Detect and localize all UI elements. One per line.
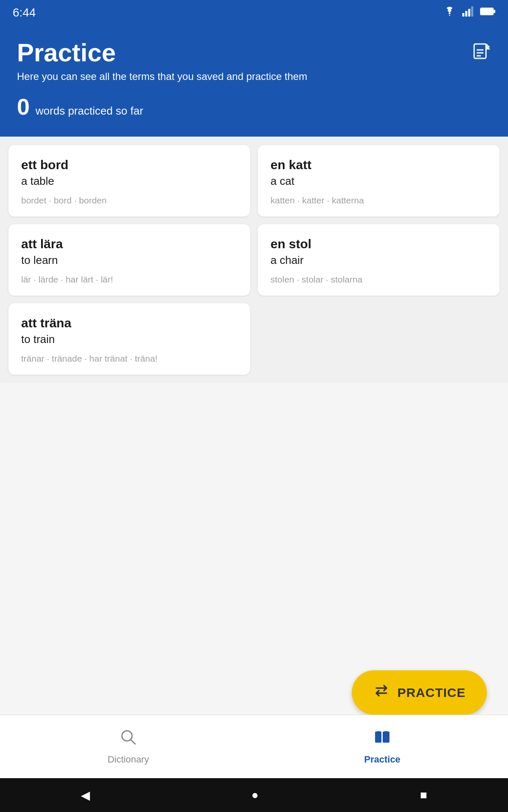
- words-practiced-row: 0 words practiced so far: [17, 93, 491, 120]
- practice-swap-icon: [373, 682, 390, 703]
- back-button[interactable]: ◀: [81, 788, 90, 802]
- word-original: att lära: [21, 237, 237, 251]
- svg-rect-5: [493, 10, 495, 13]
- nav-item-dictionary[interactable]: Dictionary: [82, 724, 174, 769]
- header-subtitle: Here you can see all the terms that you …: [17, 71, 491, 82]
- words-count: 0: [17, 93, 30, 120]
- word-card-4[interactable]: att träna to train tränar · tränade · ha…: [8, 303, 250, 375]
- svg-rect-14: [383, 731, 389, 743]
- svg-rect-2: [468, 9, 470, 16]
- nav-label-dictionary: Dictionary: [108, 754, 149, 765]
- home-button[interactable]: ●: [251, 788, 259, 802]
- practice-fab-label: PRACTICE: [398, 686, 466, 700]
- word-translation: a cat: [271, 175, 487, 188]
- word-original: att träna: [21, 316, 237, 330]
- upload-button[interactable]: [472, 41, 491, 64]
- word-card-0[interactable]: ett bord a table bordet · bord · borden: [8, 145, 250, 217]
- word-translation: to train: [21, 333, 237, 346]
- status-icons: [443, 6, 495, 19]
- word-card-2[interactable]: att lära to learn lär · lärde · har lärt…: [8, 224, 250, 296]
- search-icon: [119, 728, 137, 750]
- page-title: Practice: [17, 38, 116, 67]
- word-forms: tränar · tränade · har tränat · träna!: [21, 354, 237, 364]
- nav-label-practice: Practice: [364, 754, 400, 765]
- word-original: en stol: [271, 237, 487, 251]
- word-cards-grid: ett bord a table bordet · bord · borden …: [0, 137, 508, 383]
- wifi-icon: [443, 7, 456, 19]
- book-icon: [373, 728, 391, 750]
- system-nav: ◀ ● ■: [0, 778, 508, 812]
- svg-rect-3: [471, 6, 473, 16]
- svg-rect-6: [481, 9, 492, 14]
- word-original: en katt: [271, 158, 487, 172]
- status-bar: 6:44: [0, 0, 508, 25]
- word-translation: a chair: [271, 254, 487, 267]
- nav-item-practice[interactable]: Practice: [339, 724, 426, 769]
- status-time: 6:44: [13, 6, 36, 19]
- words-label: words practiced so far: [36, 104, 143, 118]
- svg-point-11: [122, 731, 132, 741]
- practice-fab-button[interactable]: PRACTICE: [352, 670, 487, 715]
- svg-line-12: [131, 740, 135, 744]
- bottom-nav: Dictionary Practice: [0, 715, 508, 778]
- word-forms: lär · lärde · har lärt · lär!: [21, 274, 237, 285]
- svg-rect-1: [465, 11, 467, 16]
- svg-rect-0: [462, 13, 464, 16]
- word-translation: a table: [21, 175, 237, 188]
- word-forms: bordet · bord · borden: [21, 195, 237, 206]
- recent-button[interactable]: ■: [420, 788, 427, 802]
- word-translation: to learn: [21, 254, 237, 267]
- svg-rect-13: [375, 731, 382, 743]
- word-card-1[interactable]: en katt a cat katten · katter · katterna: [258, 145, 500, 217]
- word-original: ett bord: [21, 158, 237, 172]
- battery-icon: [480, 7, 495, 18]
- signal-icon: [462, 6, 474, 19]
- word-forms: katten · katter · katterna: [271, 195, 487, 206]
- word-forms: stolen · stolar · stolarna: [271, 274, 487, 285]
- header: Practice Here you can see all the terms …: [0, 25, 508, 137]
- word-card-3[interactable]: en stol a chair stolen · stolar · stolar…: [258, 224, 500, 296]
